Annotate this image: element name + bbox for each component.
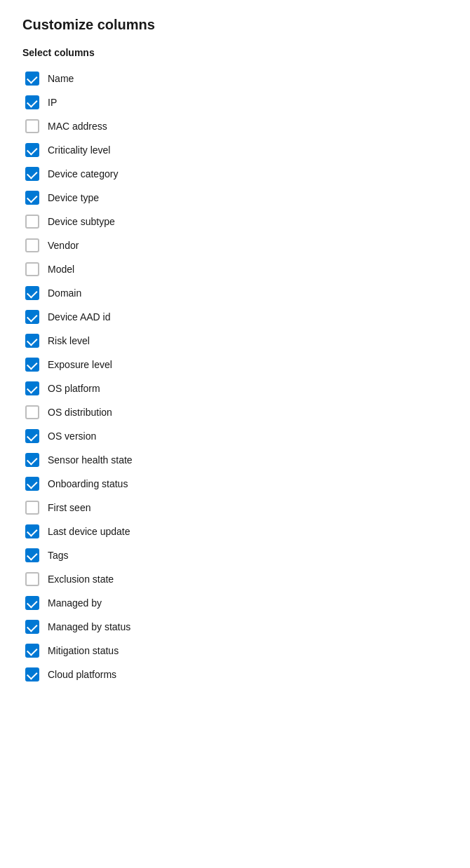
column-label-risk-level: Risk level [48,335,90,346]
column-item-os-distribution[interactable]: OS distribution [22,400,448,424]
column-label-device-type: Device type [48,192,99,203]
column-label-criticality-level: Criticality level [48,144,110,156]
checkbox-managed-by[interactable] [25,596,39,610]
column-item-last-device-update[interactable]: Last device update [22,520,448,543]
checkbox-exclusion-state[interactable] [25,572,39,586]
column-label-cloud-platforms: Cloud platforms [48,669,116,680]
column-label-os-version: OS version [48,430,96,442]
checkbox-first-seen[interactable] [25,501,39,515]
checkbox-model[interactable] [25,262,39,276]
column-label-managed-by-status: Managed by status [48,621,130,632]
column-item-domain[interactable]: Domain [22,281,448,305]
checkbox-os-distribution[interactable] [25,405,39,419]
column-label-device-category: Device category [48,168,118,179]
column-item-cloud-platforms[interactable]: Cloud platforms [22,663,448,686]
column-label-device-aad-id: Device AAD id [48,311,110,323]
checkbox-tags[interactable] [25,548,39,562]
checkbox-onboarding-status[interactable] [25,477,39,491]
column-item-device-category[interactable]: Device category [22,162,448,186]
checkbox-risk-level[interactable] [25,334,39,348]
column-label-ip: IP [48,97,57,108]
column-item-device-subtype[interactable]: Device subtype [22,210,448,233]
column-item-vendor[interactable]: Vendor [22,233,448,257]
section-label: Select columns [22,47,448,58]
column-label-sensor-health-state: Sensor health state [48,454,133,466]
checkbox-device-type[interactable] [25,191,39,205]
column-item-risk-level[interactable]: Risk level [22,329,448,353]
column-item-name[interactable]: Name [22,67,448,90]
columns-list: NameIPMAC addressCriticality levelDevice… [22,67,448,686]
column-label-managed-by: Managed by [48,597,102,609]
column-item-mac-address[interactable]: MAC address [22,114,448,138]
column-label-device-subtype: Device subtype [48,216,115,227]
column-item-criticality-level[interactable]: Criticality level [22,138,448,162]
checkbox-cloud-platforms[interactable] [25,667,39,681]
column-label-mitigation-status: Mitigation status [48,645,119,656]
checkbox-sensor-health-state[interactable] [25,453,39,467]
checkbox-vendor[interactable] [25,238,39,252]
column-item-device-type[interactable]: Device type [22,186,448,210]
checkbox-os-version[interactable] [25,429,39,443]
column-item-ip[interactable]: IP [22,90,448,114]
checkbox-criticality-level[interactable] [25,143,39,157]
column-label-exposure-level: Exposure level [48,359,112,370]
checkbox-managed-by-status[interactable] [25,620,39,634]
column-label-onboarding-status: Onboarding status [48,478,128,489]
checkbox-device-aad-id[interactable] [25,310,39,324]
checkbox-name[interactable] [25,72,39,86]
column-label-domain: Domain [48,287,81,299]
column-label-last-device-update: Last device update [48,526,130,537]
column-label-exclusion-state: Exclusion state [48,574,114,585]
column-item-mitigation-status[interactable]: Mitigation status [22,639,448,663]
column-item-onboarding-status[interactable]: Onboarding status [22,472,448,496]
column-label-name: Name [48,73,74,84]
page-title: Customize columns [22,17,448,33]
column-item-managed-by[interactable]: Managed by [22,591,448,615]
column-item-first-seen[interactable]: First seen [22,496,448,520]
checkbox-mac-address[interactable] [25,119,39,133]
column-label-os-platform: OS platform [48,383,100,394]
checkbox-domain[interactable] [25,286,39,300]
column-item-managed-by-status[interactable]: Managed by status [22,615,448,639]
column-label-first-seen: First seen [48,502,90,513]
column-label-vendor: Vendor [48,240,79,251]
checkbox-device-subtype[interactable] [25,215,39,229]
column-label-model: Model [48,264,74,275]
checkbox-ip[interactable] [25,95,39,109]
column-item-os-platform[interactable]: OS platform [22,377,448,400]
column-item-exclusion-state[interactable]: Exclusion state [22,567,448,591]
column-item-model[interactable]: Model [22,257,448,281]
column-item-sensor-health-state[interactable]: Sensor health state [22,448,448,472]
column-item-exposure-level[interactable]: Exposure level [22,353,448,377]
column-item-device-aad-id[interactable]: Device AAD id [22,305,448,329]
column-label-mac-address: MAC address [48,121,107,132]
column-item-os-version[interactable]: OS version [22,424,448,448]
column-label-tags: Tags [48,550,69,561]
checkbox-exposure-level[interactable] [25,358,39,372]
checkbox-os-platform[interactable] [25,381,39,395]
checkbox-mitigation-status[interactable] [25,644,39,658]
column-item-tags[interactable]: Tags [22,543,448,567]
checkbox-device-category[interactable] [25,167,39,181]
checkbox-last-device-update[interactable] [25,524,39,538]
column-label-os-distribution: OS distribution [48,407,112,418]
